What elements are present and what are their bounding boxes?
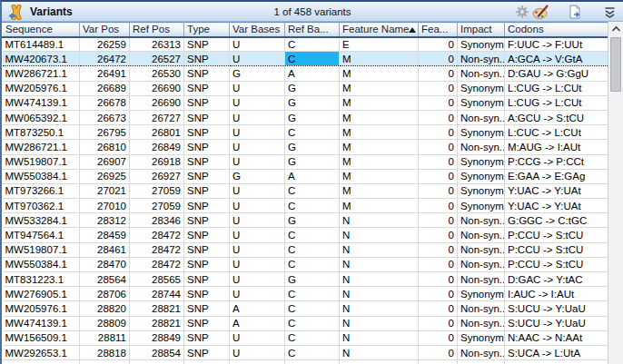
column-header-sequence[interactable]: Sequence	[3, 23, 80, 37]
cell[interactable]: 0	[419, 154, 458, 169]
cell[interactable]: SNP	[184, 199, 230, 213]
cell[interactable]: SNP	[184, 81, 230, 95]
cell[interactable]: N	[340, 272, 419, 287]
cell[interactable]: U	[230, 37, 285, 52]
cell[interactable]: 28854	[130, 360, 184, 364]
cell[interactable]: U	[230, 242, 285, 257]
cell[interactable]: 0	[419, 287, 458, 301]
cell[interactable]: 26918	[130, 154, 184, 169]
cell[interactable]: P:CCU -> S:tCU	[505, 257, 608, 271]
cell[interactable]: Synonym...	[458, 199, 505, 213]
cell[interactable]: 28811	[80, 330, 130, 345]
cell[interactable]: MT947564.1	[3, 228, 80, 242]
cell[interactable]: M	[340, 95, 419, 110]
cell[interactable]: U	[230, 110, 285, 124]
table-row[interactable]: MT873250.12679526801SNPUCM0Synonym...L:C…	[3, 125, 608, 140]
cell[interactable]: A	[285, 169, 340, 183]
cell[interactable]: Non-syn...	[458, 316, 505, 330]
cell[interactable]: 0	[419, 330, 458, 345]
cell[interactable]: Non-syn...	[458, 52, 505, 66]
cell[interactable]: Non-syn...	[458, 228, 505, 242]
cell[interactable]: SNP	[184, 330, 230, 345]
cell[interactable]: E:GAA -> E:GAg	[505, 169, 608, 183]
cell[interactable]: N	[340, 213, 419, 228]
scrollbar-thumb[interactable]	[610, 37, 621, 92]
cell[interactable]: U	[230, 140, 285, 154]
cell[interactable]: SNP	[184, 183, 230, 198]
cell[interactable]: M	[340, 52, 419, 66]
cell[interactable]: D:GAC -> Y:tAC	[505, 272, 608, 287]
cell[interactable]: I:AUC -> I:AUt	[505, 287, 608, 301]
cell[interactable]: 0	[419, 301, 458, 316]
cell[interactable]: C	[285, 301, 340, 316]
cell[interactable]: P:CCU -> S:tCU	[505, 228, 608, 242]
cell[interactable]: Non-syn...	[458, 345, 505, 359]
cell[interactable]: SNP	[184, 301, 230, 316]
cell[interactable]: U	[230, 81, 285, 95]
cell[interactable]: SNP	[184, 257, 230, 271]
table-row[interactable]: MW420673.12878828854SNPUCN0Non-syn...S:U…	[3, 360, 608, 364]
cell[interactable]: 0	[419, 345, 458, 359]
cell[interactable]: U	[230, 330, 285, 345]
cell[interactable]: G	[285, 95, 340, 110]
cell[interactable]: G	[285, 110, 340, 124]
cell[interactable]: 0	[419, 140, 458, 154]
cell[interactable]: SNP	[184, 287, 230, 301]
palette-icon[interactable]	[531, 3, 549, 21]
cell[interactable]: G:GGC -> C:tGC	[505, 213, 608, 228]
cell[interactable]: 28565	[130, 272, 184, 287]
cell[interactable]: MT873250.1	[3, 125, 80, 140]
cell[interactable]: 28809	[80, 316, 130, 330]
cell[interactable]: M:AUG -> I:AUt	[505, 140, 608, 154]
table-row[interactable]: MW420673.12647226527SNPUCM0Non-syn...A:G…	[3, 52, 608, 66]
table-row[interactable]: MW205976.12668926690SNPUGM0Synonym...L:C…	[3, 81, 608, 95]
collapse-panel-icon[interactable]	[600, 3, 618, 21]
cell[interactable]: Synonym...	[458, 95, 505, 110]
cell[interactable]: Synonym...	[458, 125, 505, 140]
cell[interactable]: U	[230, 95, 285, 110]
cell[interactable]: M	[340, 169, 419, 183]
cell[interactable]: 0	[419, 316, 458, 330]
cell[interactable]: 0	[419, 169, 458, 183]
cell[interactable]: Synonym...	[458, 183, 505, 198]
cell[interactable]: 0	[419, 257, 458, 271]
cell[interactable]: N	[340, 345, 419, 359]
cell[interactable]: MW420673.1	[3, 360, 80, 364]
cell[interactable]: SNP	[184, 316, 230, 330]
cell[interactable]: 26907	[80, 154, 130, 169]
cell[interactable]: 26849	[130, 140, 184, 154]
column-header-ref-ba[interactable]: Ref Ba...	[285, 23, 340, 37]
cell[interactable]: 28821	[130, 301, 184, 316]
column-header-type[interactable]: Type	[184, 23, 230, 37]
cell[interactable]: 28818	[80, 345, 130, 359]
cell[interactable]: Synonym...	[458, 287, 505, 301]
cell[interactable]: 26801	[130, 125, 184, 140]
cell[interactable]: MW156509.1	[3, 330, 80, 345]
cell[interactable]: U	[230, 52, 285, 66]
cell[interactable]: N	[340, 301, 419, 316]
cell[interactable]: MW065392.1	[3, 110, 80, 124]
cell[interactable]: 28470	[80, 257, 130, 271]
cell[interactable]: C	[285, 228, 340, 242]
cell[interactable]: 28706	[80, 287, 130, 301]
cell[interactable]: U	[230, 257, 285, 271]
cell[interactable]: M	[340, 199, 419, 213]
cell[interactable]: M	[340, 81, 419, 95]
table-row[interactable]: MW156509.12881128849SNPUCN0Synonym...N:A…	[3, 330, 608, 345]
cell[interactable]: U	[230, 345, 285, 359]
cell[interactable]: Synonym...	[458, 81, 505, 95]
column-header-codons[interactable]: Codons	[505, 23, 608, 37]
cell[interactable]: 0	[419, 125, 458, 140]
cell[interactable]: SNP	[184, 52, 230, 66]
cell[interactable]: 28459	[80, 228, 130, 242]
cell[interactable]: 0	[419, 37, 458, 52]
cell[interactable]: 26810	[80, 140, 130, 154]
cell[interactable]: 0	[419, 213, 458, 228]
table-row[interactable]: MW533284.12831228346SNPUGN0Non-syn...G:G…	[3, 213, 608, 228]
cell[interactable]: C	[285, 360, 340, 364]
cell[interactable]: MW550384.1	[3, 169, 80, 183]
cell[interactable]: C	[285, 199, 340, 213]
cell[interactable]: 0	[419, 242, 458, 257]
cell[interactable]: 26927	[130, 169, 184, 183]
cell[interactable]: 28744	[130, 287, 184, 301]
